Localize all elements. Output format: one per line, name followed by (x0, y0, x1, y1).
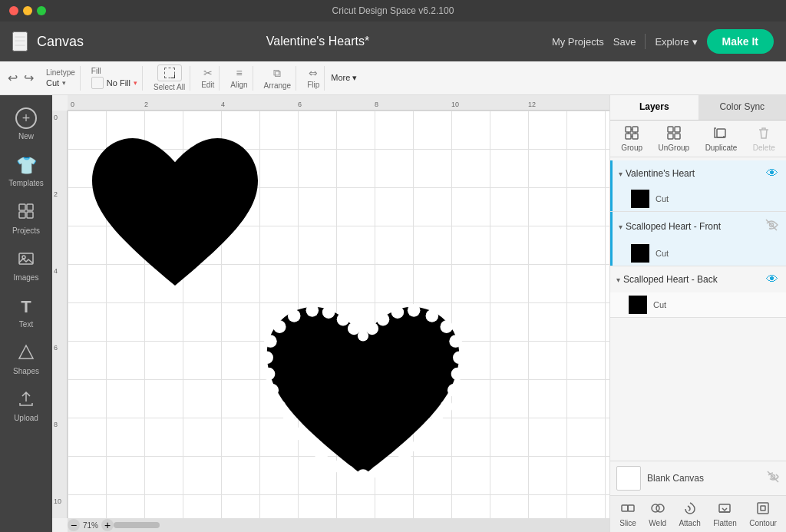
weld-button[interactable]: Weld (649, 501, 666, 527)
linetype-group: Linetype Cut ▾ (41, 66, 81, 91)
svg-rect-45 (626, 134, 631, 139)
svg-rect-59 (628, 505, 634, 511)
large-heart[interactable] (83, 124, 267, 312)
svg-rect-65 (758, 503, 768, 514)
fill-dropdown-arrow: ▾ (134, 79, 137, 87)
svg-point-9 (328, 460, 341, 473)
sidebar-item-templates[interactable]: 👕 Templates (0, 150, 52, 193)
ruler-vtick-4: 4 (54, 267, 58, 275)
my-projects-button[interactable]: My Projects (552, 36, 604, 48)
slice-button[interactable]: Slice (619, 501, 636, 527)
layer-group-header-scalloped-back[interactable]: ▾ Scalloped Heart - Back 👁 (610, 266, 786, 292)
canvas-area[interactable]: 0 2 4 6 8 10 12 0 2 4 6 8 10 (52, 95, 609, 532)
ungroup-button[interactable]: UnGroup (659, 125, 690, 152)
tab-layers[interactable]: Layers (610, 95, 698, 120)
zoom-level: 71% (81, 521, 100, 530)
svg-point-36 (440, 400, 453, 413)
ruler-tick-2: 2 (144, 101, 148, 108)
edit-icon[interactable]: ✂ (203, 67, 213, 79)
fill-color-swatch[interactable] (91, 77, 104, 89)
sidebar-item-upload[interactable]: Upload (0, 385, 52, 428)
explore-button[interactable]: Explore ▾ (655, 36, 697, 48)
group-button[interactable]: Group (621, 125, 642, 152)
svg-point-10 (315, 451, 328, 464)
select-all-button[interactable] (157, 64, 182, 81)
blank-canvas-visibility[interactable] (766, 470, 780, 487)
fill-group: Fill No Fill ▾ (87, 66, 143, 91)
svg-rect-66 (761, 506, 765, 511)
svg-point-15 (266, 384, 279, 397)
slice-icon (620, 501, 636, 517)
edit-group: ✂ Edit (196, 66, 220, 91)
svg-point-26 (366, 322, 379, 335)
svg-point-8 (342, 465, 355, 478)
minimize-button[interactable] (23, 6, 32, 15)
make-it-button[interactable]: Make It (707, 29, 774, 54)
layers-list: ▾ Valentine's Heart 👁 Cut ▾ (610, 157, 786, 461)
svg-point-22 (322, 306, 335, 319)
scalloped-heart[interactable] (263, 302, 463, 497)
close-button[interactable] (9, 6, 18, 15)
layer-item-valentines-cut: Cut (610, 187, 786, 211)
ruler-vtick-0: 0 (54, 114, 58, 121)
ruler-vtick-8: 8 (54, 421, 58, 428)
svg-point-18 (264, 335, 277, 348)
scrollbar-thumb[interactable] (114, 522, 160, 528)
duplicate-button[interactable]: Duplicate (705, 125, 738, 152)
redo-button[interactable]: ↪ (22, 69, 35, 87)
svg-point-62 (656, 504, 664, 512)
svg-rect-53 (668, 134, 673, 139)
attach-button[interactable]: Attach (679, 501, 700, 527)
zoom-out-button[interactable]: − (68, 519, 80, 531)
flatten-button[interactable]: Flatten (713, 501, 737, 527)
svg-point-20 (288, 309, 301, 322)
save-button[interactable]: Save (613, 36, 636, 48)
sidebar-item-text[interactable]: T Text (0, 291, 52, 335)
svg-point-40 (398, 451, 411, 464)
large-heart-svg (83, 124, 267, 309)
right-panel: Layers Color Sync Gr (609, 95, 786, 532)
panel-bottom-actions: Slice Weld Attach (610, 495, 786, 532)
layer-group-scalloped-front: ▾ Scalloped Heart - Front (610, 212, 786, 266)
ruler-tick-0: 0 (71, 101, 74, 108)
layer-group-header-scalloped-front[interactable]: ▾ Scalloped Heart - Front (610, 212, 786, 241)
zoom-in-button[interactable]: + (101, 519, 114, 531)
visibility-toggle-scalloped-back[interactable]: 👁 (765, 271, 780, 288)
scrollbar-bottom[interactable] (68, 518, 609, 532)
layer-group-header-valentines[interactable]: ▾ Valentine's Heart 👁 (610, 160, 786, 187)
sidebar-item-shapes[interactable]: Shapes (0, 338, 52, 382)
attach-icon (682, 501, 698, 517)
maximize-button[interactable] (37, 6, 46, 15)
arrange-icon[interactable]: ⧉ (273, 67, 281, 80)
svg-point-30 (426, 309, 439, 322)
visibility-toggle-scalloped-front[interactable] (763, 216, 780, 236)
linetype-dropdown-arrow: ▾ (62, 79, 66, 87)
undo-button[interactable]: ↩ (6, 69, 19, 87)
layer-group-scalloped-back: ▾ Scalloped Heart - Back 👁 Cut (610, 266, 786, 318)
blank-canvas-swatch (616, 466, 641, 491)
tab-color-sync[interactable]: Color Sync (698, 95, 787, 120)
svg-point-39 (411, 440, 424, 453)
chevron-down-icon: ▾ (619, 170, 623, 178)
shapes-icon (18, 344, 35, 364)
visibility-toggle-valentines[interactable]: 👁 (765, 165, 780, 182)
svg-point-42 (372, 465, 385, 478)
text-icon: T (21, 297, 31, 317)
title-bar: Cricut Design Space v6.2.100 (0, 0, 786, 21)
hamburger-menu[interactable]: ☰ (12, 31, 28, 51)
align-icon[interactable]: ≡ (236, 67, 242, 79)
sidebar-item-images[interactable]: Images (0, 244, 52, 288)
undo-redo-group: ↩ ↪ (6, 69, 35, 87)
delete-button[interactable]: Delete (753, 125, 775, 152)
sidebar-item-projects[interactable]: Projects (0, 197, 52, 241)
contour-button[interactable]: Contour (749, 501, 777, 527)
ungroup-icon (666, 125, 682, 142)
weld-icon (650, 501, 665, 517)
svg-point-35 (447, 384, 461, 397)
layer-item-scalloped-front-cut: Cut (610, 241, 786, 266)
flip-icon[interactable]: ⇔ (309, 67, 318, 79)
more-button[interactable]: More ▾ (331, 73, 357, 83)
sidebar-item-new[interactable]: + New (0, 101, 52, 147)
arrange-group: ⧉ Arrange (259, 66, 297, 91)
delete-icon (756, 125, 771, 142)
